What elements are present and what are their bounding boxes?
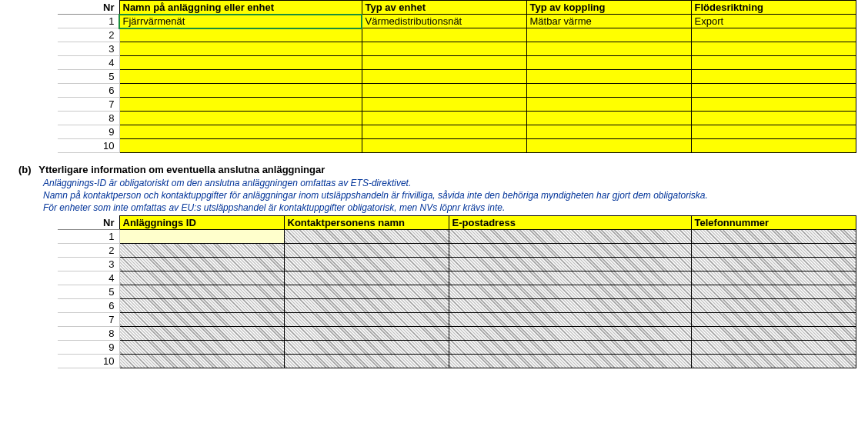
cell-namn[interactable] (119, 42, 362, 56)
cell-anlaggnings-id (119, 355, 284, 368)
cell-epost (449, 244, 691, 258)
cell-typ-enhet[interactable] (362, 84, 526, 98)
cell-namn[interactable] (119, 56, 362, 70)
row-number: 7 (58, 313, 119, 327)
cell-namn[interactable] (119, 84, 362, 98)
table-row: 4 (31, 271, 856, 285)
cell-typ-koppling[interactable] (526, 28, 691, 42)
cell-epost (449, 341, 691, 355)
cell-namn[interactable] (119, 125, 362, 139)
cell-typ-enhet[interactable] (362, 56, 526, 70)
cell-flodesriktning[interactable] (691, 42, 856, 56)
cell-telefon (691, 327, 856, 341)
row-number: 5 (58, 285, 119, 299)
cell-typ-koppling[interactable] (526, 125, 691, 139)
table-row: 8 (31, 112, 856, 125)
cell-typ-koppling[interactable] (526, 70, 691, 84)
cell-anlaggnings-id (119, 299, 284, 313)
row-number: 3 (58, 258, 119, 271)
cell-flodesriktning[interactable] (691, 98, 856, 112)
table-row: 10 (31, 355, 856, 368)
row-number: 1 (58, 230, 119, 244)
col-header-flodesriktning: Flödesriktning (691, 1, 856, 15)
cell-flodesriktning[interactable] (691, 56, 856, 70)
cell-epost (449, 327, 691, 341)
cell-anlaggnings-id[interactable] (119, 230, 284, 244)
col-header-anlaggnings-id: Anläggnings ID (119, 216, 284, 230)
cell-typ-koppling[interactable]: Mätbar värme (526, 15, 691, 28)
cell-typ-enhet[interactable] (362, 98, 526, 112)
col-header-typ-enhet: Typ av enhet (362, 1, 526, 15)
cell-telefon (691, 230, 856, 244)
cell-epost (449, 299, 691, 313)
table-header-row: Nr Anläggnings ID Kontaktpersonens namn … (31, 216, 856, 230)
row-number: 2 (58, 28, 119, 42)
row-number: 10 (58, 139, 119, 153)
cell-kontaktperson (284, 244, 449, 258)
cell-telefon (691, 341, 856, 355)
col-header-nr: Nr (58, 1, 119, 15)
table-row: 10 (31, 139, 856, 153)
cell-namn[interactable] (119, 70, 362, 84)
cell-typ-koppling[interactable] (526, 84, 691, 98)
cell-typ-enhet[interactable] (362, 139, 526, 153)
row-number: 4 (58, 56, 119, 70)
cell-flodesriktning[interactable] (691, 139, 856, 153)
cell-typ-enhet[interactable]: Värmedistributionsnät (362, 15, 526, 28)
cell-namn[interactable]: Fjärrvärmenät (119, 15, 362, 28)
cell-flodesriktning[interactable] (691, 112, 856, 125)
table-row: 9 (31, 125, 856, 139)
cell-kontaktperson (284, 313, 449, 327)
cell-kontaktperson (284, 271, 449, 285)
cell-namn[interactable] (119, 112, 362, 125)
help-text-line: För enheter som inte omfattas av EU:s ut… (43, 202, 843, 214)
cell-kontaktperson (284, 341, 449, 355)
cell-kontaktperson (284, 230, 449, 244)
row-number: 4 (58, 271, 119, 285)
cell-typ-koppling[interactable] (526, 42, 691, 56)
section-b-title: Ytterligare information om eventuella an… (38, 164, 325, 175)
cell-anlaggnings-id (119, 341, 284, 355)
cell-anlaggnings-id (119, 258, 284, 271)
cell-flodesriktning[interactable]: Export (691, 15, 856, 28)
cell-typ-enhet[interactable] (362, 70, 526, 84)
cell-typ-enhet[interactable] (362, 125, 526, 139)
cell-flodesriktning[interactable] (691, 125, 856, 139)
table-row: 8 (31, 327, 856, 341)
cell-typ-enhet[interactable] (362, 28, 526, 42)
table-connections: Nr Namn på anläggning eller enhet Typ av… (31, 0, 856, 153)
cell-anlaggnings-id (119, 285, 284, 299)
cell-kontaktperson (284, 327, 449, 341)
cell-typ-enhet[interactable] (362, 42, 526, 56)
cell-telefon (691, 285, 856, 299)
cell-telefon (691, 271, 856, 285)
cell-telefon (691, 355, 856, 368)
cell-epost (449, 285, 691, 299)
col-header-kontaktperson: Kontaktpersonens namn (284, 216, 449, 230)
cell-typ-koppling[interactable] (526, 56, 691, 70)
table-row: 3 (31, 42, 856, 56)
table-row: 7 (31, 98, 856, 112)
table-row: 5 (31, 70, 856, 84)
table-row: 3 (31, 258, 856, 271)
row-number: 7 (58, 98, 119, 112)
cell-flodesriktning[interactable] (691, 28, 856, 42)
cell-typ-koppling[interactable] (526, 98, 691, 112)
cell-namn[interactable] (119, 98, 362, 112)
cell-typ-enhet[interactable] (362, 112, 526, 125)
cell-namn[interactable] (119, 28, 362, 42)
cell-flodesriktning[interactable] (691, 70, 856, 84)
cell-anlaggnings-id (119, 313, 284, 327)
cell-typ-koppling[interactable] (526, 112, 691, 125)
cell-telefon (691, 244, 856, 258)
row-number: 9 (58, 341, 119, 355)
cell-typ-koppling[interactable] (526, 139, 691, 153)
table-row: 2 (31, 244, 856, 258)
cell-telefon (691, 299, 856, 313)
table-row: 2 (31, 28, 856, 42)
row-number: 6 (58, 299, 119, 313)
section-b-label: (b) (18, 164, 36, 175)
help-text-line: Namn på kontaktperson och kontaktuppgift… (43, 189, 843, 202)
cell-flodesriktning[interactable] (691, 84, 856, 98)
cell-namn[interactable] (119, 139, 362, 153)
